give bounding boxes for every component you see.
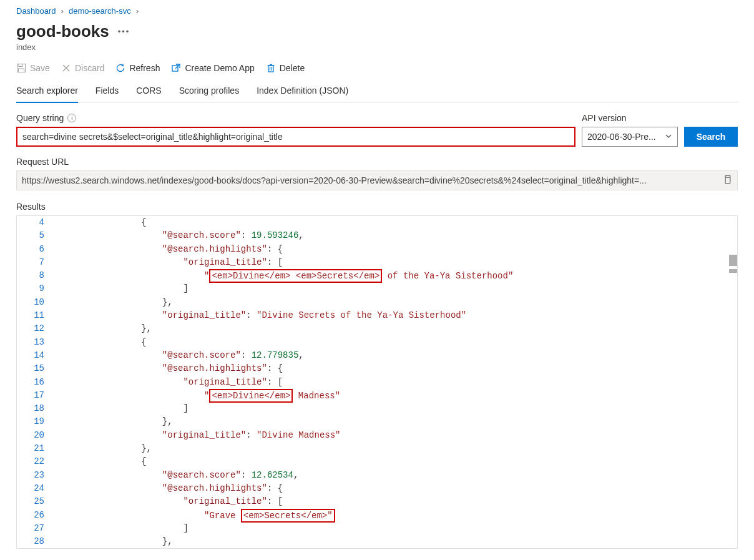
- code-line: ]: [99, 402, 737, 415]
- tab-bar: Search explorer Fields CORS Scoring prof…: [16, 82, 738, 103]
- api-version-select[interactable]: 2020-06-30-Pre...: [582, 127, 678, 147]
- trash-icon: [266, 63, 276, 73]
- code-line: "Grave <em>Secrets</em>": [99, 509, 737, 522]
- svg-rect-7: [268, 66, 273, 72]
- results-label: Results: [16, 202, 738, 212]
- chevron-right-icon: ›: [61, 6, 64, 16]
- code-line: "<em>Divine</em> Madness": [99, 389, 737, 402]
- line-number-gutter: 4567891011121314151617181920212223242526…: [17, 216, 51, 548]
- svg-rect-1: [19, 64, 22, 67]
- refresh-icon: [115, 63, 125, 73]
- highlight-callout: <em>Secrets</em>": [241, 509, 335, 523]
- breadcrumb: Dashboard › demo-search-svc ›: [16, 6, 738, 16]
- request-url-text: https://westus2.search.windows.net/index…: [22, 175, 718, 185]
- code-line: "<em>Divine</em> <em>Secrets</em> of the…: [99, 269, 737, 282]
- code-line: },: [99, 535, 737, 548]
- highlight-callout: <em>Divine</em>: [209, 389, 293, 403]
- breadcrumb-dashboard[interactable]: Dashboard: [16, 6, 56, 16]
- save-button: Save: [16, 63, 50, 73]
- tab-cors[interactable]: CORS: [136, 82, 161, 103]
- create-demo-label: Create Demo App: [185, 63, 254, 73]
- code-line: },: [99, 415, 737, 428]
- request-url-label: Request URL: [16, 157, 738, 167]
- page-subtitle: index: [16, 42, 738, 52]
- chevron-right-icon: ›: [136, 6, 139, 16]
- code-line: },: [99, 442, 737, 455]
- more-icon[interactable]: •••: [118, 27, 130, 36]
- info-icon[interactable]: i: [67, 114, 76, 122]
- chevron-down-icon: [665, 132, 672, 140]
- overview-ruler[interactable]: [728, 216, 737, 548]
- decoration-column: [62, 216, 99, 548]
- code-line: "original_title": [: [99, 495, 737, 508]
- create-demo-button[interactable]: Create Demo App: [171, 63, 254, 73]
- discard-label: Discard: [75, 63, 104, 73]
- delete-button[interactable]: Delete: [266, 63, 305, 73]
- query-label: Query string: [16, 113, 64, 123]
- request-url-box: https://westus2.search.windows.net/index…: [16, 170, 738, 190]
- refresh-label: Refresh: [129, 63, 160, 73]
- tab-search-explorer[interactable]: Search explorer: [16, 82, 78, 103]
- tab-index-def[interactable]: Index Definition (JSON): [257, 82, 348, 103]
- code-line: "original_title": "Divine Madness": [99, 429, 737, 442]
- api-version-label: API version: [582, 113, 627, 123]
- svg-rect-12: [725, 177, 730, 183]
- tab-scoring[interactable]: Scoring profiles: [179, 82, 240, 103]
- code-line: {: [99, 455, 737, 468]
- save-icon: [16, 63, 26, 73]
- code-line: "original_title": [: [99, 256, 737, 269]
- api-version-value: 2020-06-30-Pre...: [587, 132, 656, 142]
- command-bar: Save Discard Refresh Create Demo App Del…: [16, 63, 738, 73]
- code-line: "@search.score": 12.62534,: [99, 469, 737, 482]
- results-editor[interactable]: 4567891011121314151617181920212223242526…: [16, 215, 738, 549]
- code-content: { "@search.score": 19.593246, "@search.h…: [99, 216, 737, 548]
- search-button[interactable]: Search: [684, 127, 738, 147]
- code-line: "@search.highlights": {: [99, 362, 737, 375]
- copy-button[interactable]: [723, 175, 732, 186]
- delete-label: Delete: [280, 63, 305, 73]
- code-line: {: [99, 216, 737, 229]
- code-line: "@search.highlights": {: [99, 243, 737, 256]
- tab-fields[interactable]: Fields: [95, 82, 119, 103]
- close-icon: [61, 63, 71, 73]
- breadcrumb-service[interactable]: demo-search-svc: [69, 6, 131, 16]
- query-string-input[interactable]: [16, 127, 575, 147]
- code-line: ]: [99, 282, 737, 295]
- save-label: Save: [30, 63, 50, 73]
- code-line: {: [99, 336, 737, 349]
- code-line: "@search.highlights": {: [99, 482, 737, 495]
- svg-rect-5: [172, 66, 178, 71]
- refresh-button[interactable]: Refresh: [115, 63, 160, 73]
- discard-button: Discard: [61, 63, 104, 73]
- code-line: },: [99, 322, 737, 335]
- svg-rect-2: [19, 69, 24, 72]
- page-title: good-books: [16, 22, 109, 41]
- code-line: },: [99, 296, 737, 309]
- open-external-icon: [171, 63, 181, 73]
- code-line: "@search.score": 12.779835,: [99, 349, 737, 362]
- code-line: ]: [99, 522, 737, 535]
- copy-icon: [723, 175, 732, 184]
- fold-column: [51, 216, 62, 548]
- code-line: "original_title": "Divine Secrets of the…: [99, 309, 737, 322]
- highlight-callout: <em>Divine</em> <em>Secrets</em>: [209, 269, 382, 283]
- code-line: "@search.score": 19.593246,: [99, 229, 737, 242]
- code-line: "original_title": [: [99, 376, 737, 389]
